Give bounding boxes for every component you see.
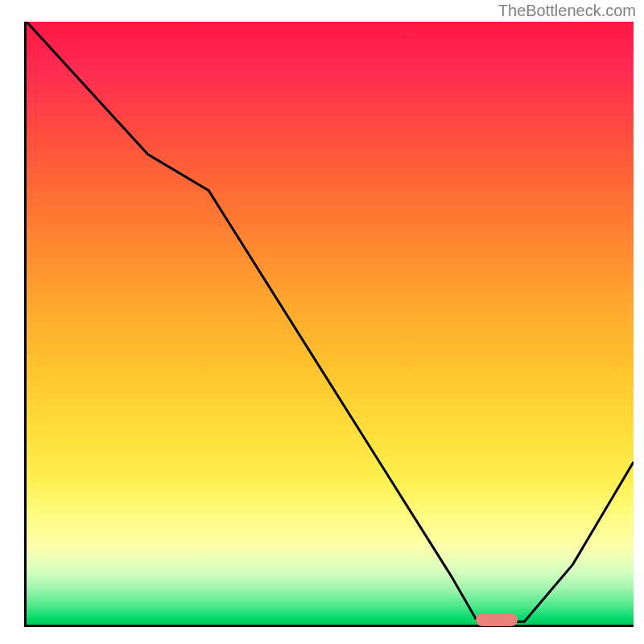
watermark-text: TheBottleneck.com xyxy=(498,2,636,20)
chart-curve xyxy=(27,22,634,625)
optimal-marker xyxy=(476,613,518,626)
chart-frame xyxy=(24,22,634,627)
chart-container: TheBottleneck.com xyxy=(0,0,644,644)
